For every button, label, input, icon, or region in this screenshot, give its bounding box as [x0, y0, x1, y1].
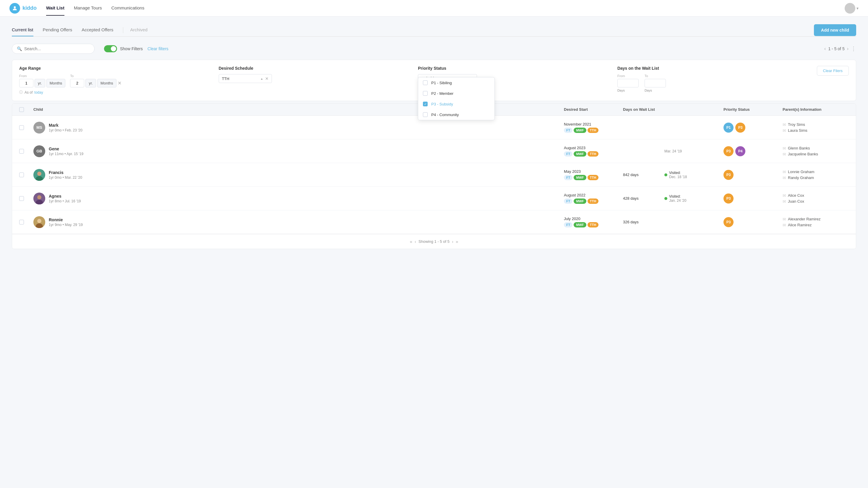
next-page-arrow[interactable]: ›	[847, 46, 848, 52]
days-from-label: From	[617, 74, 639, 78]
agnes-p3-badge: P3	[723, 194, 734, 203]
p2-checkbox	[423, 91, 428, 96]
mark-parent1: ✉ Troy Sims	[783, 122, 849, 127]
filter-panel: Age Range From yr. Months To	[12, 60, 856, 101]
nav-avatar[interactable]: ▾	[845, 3, 859, 13]
row-checkbox	[17, 145, 31, 157]
priority-dropdown-menu: P1 - Sibiling P2 - Member P3 - Subsidy P…	[418, 77, 495, 120]
days-from-unit: Days	[617, 89, 639, 92]
mark-p3-badge: P3	[735, 123, 745, 133]
visited-dot	[664, 197, 667, 200]
priority-option-p2[interactable]: P2 - Member	[418, 88, 494, 99]
tag-ft: FT	[564, 128, 572, 133]
logo-icon	[9, 3, 20, 13]
mark-info: Mark 1yr 0mo • Feb. 23 '20	[49, 123, 83, 132]
mark-priority: P1 P3	[721, 119, 780, 136]
gene-checkbox[interactable]	[19, 149, 24, 154]
add-child-button[interactable]: Add new child	[814, 24, 856, 36]
tag-mwf: MWF	[574, 151, 586, 157]
age-filter-clear-icon[interactable]: ✕	[118, 80, 121, 86]
th-parents: Parent(s) Information	[780, 104, 851, 116]
toolbar: 🔍 Show Filters Clear filters ‹ 1 - 5 of …	[12, 44, 856, 54]
table-row: GB Gene 1yr 11mo • Apr. 15 '19 August 20…	[12, 139, 856, 163]
svg-point-8	[37, 219, 41, 223]
p1-label: P1 - Sibiling	[431, 80, 452, 85]
pagination-text: 1 - 5 of 5	[828, 46, 844, 51]
days-to-unit: Days	[645, 89, 666, 92]
agnes-child-cell: Agnes 1yr 8mo • Jul. 16 '19	[31, 189, 561, 208]
visited-label: Visited:	[669, 171, 687, 175]
priority-option-p3[interactable]: P3 - Subsidy	[418, 99, 494, 109]
francis-parent2: ✉ Randy Graham	[783, 175, 849, 180]
pagination: ‹ 1 - 5 of 5 › ⋮	[824, 45, 856, 52]
mark-checkbox[interactable]	[19, 125, 24, 130]
schedule-dropdown[interactable]: TTH ▲ ✕	[219, 74, 272, 83]
priority-option-p1[interactable]: P1 - Sibiling	[418, 77, 494, 88]
age-from-value[interactable]	[19, 79, 33, 88]
tag-mwf: MWF	[574, 175, 586, 180]
age-from-inputs: yr. Months	[19, 79, 65, 88]
agnes-parent2-name: Juan Cox	[788, 199, 804, 203]
schedule-clear-icon[interactable]: ✕	[265, 76, 269, 81]
prev-page-arrow[interactable]: ‹	[824, 46, 826, 52]
nav-manage-tours[interactable]: Manage Tours	[74, 1, 102, 15]
age-to-label: To	[70, 74, 121, 78]
ronnie-start: July 2020 FT MWF TTH	[561, 213, 621, 231]
search-icon: 🔍	[17, 46, 22, 51]
priority-option-p4[interactable]: P4 - Community	[418, 109, 494, 120]
days-inputs: From Days To Days	[617, 74, 805, 92]
gene-p3-badge: P3	[723, 146, 734, 156]
table-row: Francis 1yr 0mo • Mar. 22 '20 May 2023 F…	[12, 163, 856, 187]
search-input[interactable]	[24, 46, 90, 51]
tab-accepted-offers[interactable]: Accepted Offers	[82, 24, 113, 36]
francis-priority: P3	[721, 166, 780, 184]
next-page-arrow-footer[interactable]: ›	[452, 239, 453, 244]
days-to-label: To	[645, 74, 666, 78]
clear-filters-button[interactable]: Clear filters	[148, 46, 168, 51]
age-from-unit: yr.	[35, 79, 45, 88]
more-options-icon[interactable]: ⋮	[851, 45, 856, 52]
schedule-title: Desired Schedule	[219, 66, 406, 71]
ronnie-parent1: ✉ Alexander Ramirez	[783, 217, 849, 222]
agnes-sub: 1yr 8mo • Jul. 16 '19	[49, 199, 81, 203]
ronnie-photo	[33, 216, 45, 228]
tab-current-list[interactable]: Current list	[12, 24, 33, 36]
nav-communications[interactable]: Communications	[112, 1, 145, 15]
gene-days	[621, 148, 662, 155]
tab-divider	[123, 27, 123, 33]
svg-point-2	[37, 172, 41, 176]
th-desired-start: Desired Start	[561, 104, 621, 116]
tag-tth: TTH	[588, 198, 598, 204]
visited-date: Jan. 24 '20	[669, 198, 686, 203]
days-from-input[interactable]	[617, 79, 639, 88]
p1-checkbox	[423, 80, 428, 85]
filters-toggle-switch[interactable]	[104, 45, 117, 52]
francis-parent1-name: Lonnie Graham	[788, 169, 814, 174]
select-all-checkbox[interactable]	[19, 107, 24, 112]
gene-name: Gene	[49, 147, 83, 151]
mark-parent2-name: Laura Sims	[788, 128, 807, 133]
tab-pending-offers[interactable]: Pending Offers	[43, 24, 72, 36]
nav-waitlist[interactable]: Wait List	[46, 1, 64, 15]
last-page-arrow[interactable]: »	[456, 239, 458, 244]
age-to-inputs: yr. Months ✕	[70, 79, 121, 88]
tab-archived[interactable]: Archived	[130, 24, 148, 36]
prev-page-arrow-footer[interactable]: ‹	[415, 239, 416, 244]
francis-info: Francis 1yr 0mo • Mar. 22 '20	[49, 170, 82, 180]
days-to-input[interactable]	[645, 79, 666, 88]
mark-tags: FT MWF TTH	[564, 128, 618, 133]
filter-toggle: Show Filters	[104, 45, 143, 52]
navbar: kiddo Wait List Manage Tours Communicati…	[0, 0, 868, 17]
ronnie-info: Ronnie 1yr 9mo • May. 29 '19	[49, 218, 83, 227]
age-to-value[interactable]	[70, 79, 84, 88]
first-page-arrow[interactable]: «	[410, 239, 412, 244]
row-checkbox	[17, 216, 31, 228]
francis-sub: 1yr 0mo • Mar. 22 '20	[49, 175, 82, 180]
panel-clear-button[interactable]: Clear Filers	[817, 66, 849, 76]
francis-checkbox[interactable]	[19, 172, 24, 177]
agnes-parent1-name: Alice Cox	[788, 193, 804, 198]
agnes-checkbox[interactable]	[19, 196, 24, 201]
as-of-today-link[interactable]: today	[34, 90, 43, 95]
gene-parent2: ✉ Jacqueline Banks	[783, 152, 849, 157]
ronnie-checkbox[interactable]	[19, 220, 24, 225]
